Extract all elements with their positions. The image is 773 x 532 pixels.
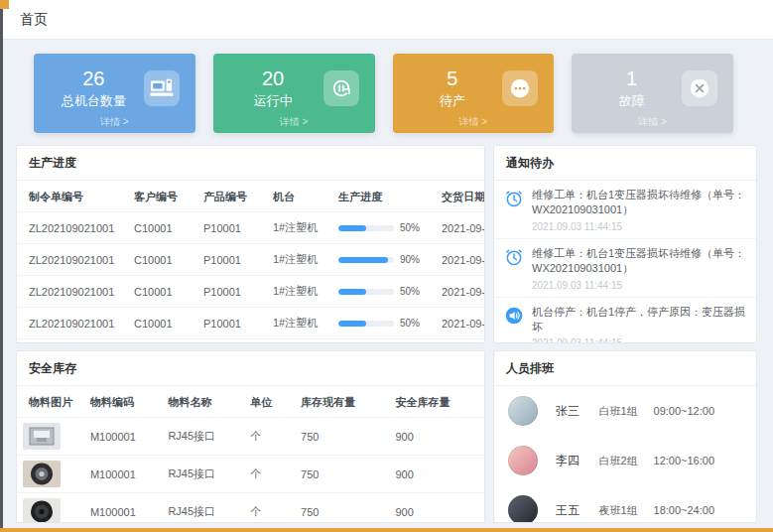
production-row: ZL202109021001 C10001 P10001 1#注塑机 90% 2… — [17, 244, 485, 276]
page-title[interactable]: 首页 — [20, 11, 48, 29]
clock-icon — [504, 247, 524, 267]
progress-percent: 50% — [400, 286, 420, 297]
speaker-photo — [23, 498, 61, 523]
stat-label: 故障 — [581, 92, 682, 110]
inventory-row: M100001 RJ45接口 个 750 900 — [17, 456, 484, 493]
stat-card-running[interactable]: 20 运行中 详情 > — [213, 54, 375, 133]
schedule-row: 张三 白班1组 09:00~12:00 — [494, 386, 756, 436]
notification-text: 机台停产：机台1停产，停产原因：变压器损坏 — [532, 305, 746, 335]
cell-delivery-date: 2021-09-10 — [436, 276, 485, 308]
production-row: ZL202109021001 C10001 P10001 1#注塑机 50% 2… — [17, 339, 485, 344]
notification-item[interactable]: 维修工单：机台1变压器损坏待维修（单号：WX202109031001） 2021… — [494, 181, 756, 239]
progress-bar — [338, 257, 394, 263]
production-row: ZL202109021001 C10001 P10001 1#注塑机 50% 2… — [17, 308, 485, 339]
schedule-row: 王五 夜班1组 18:00~24:00 — [494, 485, 756, 523]
column-header: 库存现有量 — [295, 386, 389, 418]
top-bar: 首页 — [0, 0, 773, 40]
dashboard: { "page": { "title": "首页" }, "stats": { … — [0, 0, 773, 532]
cell-safety-qty: 900 — [390, 493, 485, 524]
stat-card-fault[interactable]: 1 故障 详情 > — [572, 54, 733, 133]
fault-icon — [682, 70, 717, 106]
column-header: 机台 — [267, 181, 332, 212]
notifications-panel: 通知待办 维修工单：机台1变压器损坏待维修（单号：WX202109031001）… — [493, 145, 757, 343]
round-connector-photo — [23, 461, 61, 487]
detail-link[interactable]: 详情 > — [393, 115, 555, 133]
schedule-panel-title: 人员排班 — [494, 351, 756, 386]
stat-card-waiting[interactable]: 5 待产 详情 > — [393, 54, 555, 133]
cell-machine: 1#注塑机 — [267, 212, 332, 244]
progress-bar — [338, 225, 394, 231]
cell-material-name: RJ45接口 — [162, 493, 244, 524]
clock-icon — [504, 189, 524, 208]
production-table-body: ZL202109021001 C10001 P10001 1#注塑机 50% 2… — [17, 212, 485, 344]
panel-grid: 生产进度 制令单编号客户编号产品编号机台生产进度交货日期 ZL202109021… — [0, 145, 773, 523]
cell-current-qty: 750 — [295, 418, 389, 456]
stat-label: 待产 — [403, 92, 503, 110]
cell-current-qty: 750 — [295, 456, 389, 493]
cell-customer-no: C10001 — [128, 244, 197, 276]
cell-customer-no: C10001 — [128, 276, 197, 308]
notifications-list: 维修工单：机台1变压器损坏待维修（单号：WX202109031001） 2021… — [494, 181, 756, 343]
cell-machine: 1#注塑机 — [267, 276, 332, 308]
progress-percent: 50% — [400, 318, 420, 329]
cell-product-no: P10001 — [197, 339, 267, 344]
schedule-row: 李四 白班2组 12:00~16:00 — [494, 436, 756, 485]
inventory-panel: 安全库存 物料图片物料编码物料名称单位库存现有量安全库存量 M100001 RJ… — [16, 350, 485, 523]
cell-material-photo — [17, 493, 84, 524]
stat-card-total-machines[interactable]: 26 总机台数量 详情 > — [34, 54, 195, 133]
cell-safety-qty: 900 — [390, 418, 485, 456]
cell-material-code: M100001 — [84, 493, 163, 524]
cell-unit: 个 — [244, 456, 295, 493]
cell-delivery-date: 2021-09-10 — [436, 308, 485, 339]
column-header: 交货日期 — [436, 181, 485, 212]
column-header: 物料名称 — [162, 386, 244, 418]
cell-unit: 个 — [244, 418, 295, 456]
production-panel-title: 生产进度 — [17, 146, 484, 181]
cell-progress: 50% — [332, 339, 436, 344]
detail-link[interactable]: 详情 > — [34, 115, 195, 133]
avatar-zhangsan — [508, 396, 538, 426]
column-header: 单位 — [244, 386, 295, 418]
cell-delivery-date: 2021-09-10 — [436, 339, 485, 344]
cell-safety-qty: 900 — [390, 456, 485, 493]
cell-progress: 90% — [332, 244, 436, 276]
column-header: 客户编号 — [128, 181, 197, 212]
cell-customer-no: C10001 — [128, 339, 197, 344]
rj45-connector-photo — [23, 423, 61, 450]
running-icon — [323, 70, 359, 106]
notification-item[interactable]: 机台停产：机台1停产，停产原因：变压器损坏 2021.09.03 11:44:1… — [494, 298, 756, 343]
cell-progress: 50% — [332, 308, 436, 339]
cell-customer-no: C10001 — [128, 212, 197, 244]
cell-progress: 50% — [332, 276, 436, 308]
notification-text: 维修工单：机台1变压器损坏待维修（单号：WX202109031001） — [532, 188, 746, 218]
person-name: 李四 — [556, 453, 595, 469]
inventory-table: 物料图片物料编码物料名称单位库存现有量安全库存量 M100001 RJ45接口 … — [17, 386, 484, 523]
notification-text: 维修工单：机台1变压器损坏待维修（单号：WX202109031001） — [532, 246, 746, 277]
speaker-icon — [504, 306, 524, 326]
stat-value: 20 — [223, 67, 323, 89]
notification-time: 2021.09.03 11:44:15 — [532, 280, 746, 291]
cell-progress: 50% — [332, 212, 436, 244]
cell-material-code: M100001 — [84, 418, 163, 456]
shift-time: 12:00~16:00 — [654, 455, 742, 466]
cell-current-qty: 750 — [295, 493, 389, 524]
progress-percent: 90% — [400, 254, 420, 265]
column-header: 产品编号 — [197, 181, 267, 212]
schedule-panel: 人员排班 张三 白班1组 09:00~12:00 李四 白班2组 12:00~1… — [493, 350, 757, 523]
inventory-row: M100001 RJ45接口 个 750 900 — [17, 493, 484, 524]
inventory-row: M100001 RJ45接口 个 750 900 — [17, 418, 484, 456]
inventory-panel-title: 安全库存 — [17, 351, 484, 386]
production-header-row: 制令单编号客户编号产品编号机台生产进度交货日期 — [17, 181, 485, 212]
stat-cards-row: 26 总机台数量 详情 > 20 运行中 — [0, 40, 773, 145]
detail-link[interactable]: 详情 > — [572, 115, 733, 133]
person-name: 王五 — [556, 502, 595, 519]
cell-material-photo — [17, 456, 84, 493]
shift-time: 18:00~24:00 — [654, 504, 742, 516]
progress-bar — [338, 321, 394, 327]
notification-time: 2021.09.03 11:44:15 — [532, 337, 746, 343]
production-row: ZL202109021001 C10001 P10001 1#注塑机 50% 2… — [17, 276, 485, 308]
detail-link[interactable]: 详情 > — [213, 115, 375, 133]
window-corner-marker — [0, 0, 9, 9]
notification-item[interactable]: 维修工单：机台1变压器损坏待维修（单号：WX202109031001） 2021… — [494, 239, 756, 298]
cell-order-no: ZL202109021001 — [17, 244, 128, 276]
